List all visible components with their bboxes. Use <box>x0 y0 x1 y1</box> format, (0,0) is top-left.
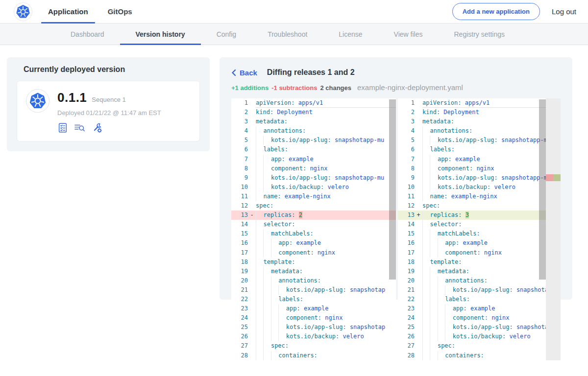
code-line: 26 kots.io/backup: velero <box>231 332 396 341</box>
line-number: 25 <box>231 323 248 332</box>
line-number: 26 <box>398 332 415 341</box>
logout-link[interactable]: Log out <box>552 7 576 16</box>
diff-sign <box>415 98 422 108</box>
line-number: 23 <box>398 304 415 313</box>
line-number: 13 <box>398 211 415 220</box>
scrollbar-thumb[interactable] <box>389 99 396 280</box>
code-line: 27 spec: <box>398 341 561 351</box>
diff-sign <box>415 126 422 136</box>
code-line: 11 name: example-nginx <box>231 192 396 201</box>
scrollbar[interactable] <box>389 98 396 360</box>
additions-count: +1 additions <box>231 84 269 92</box>
code-text: component: nginx <box>256 248 396 258</box>
diff-sign <box>415 201 422 211</box>
tab-registry-settings[interactable]: Registry settings <box>438 24 520 45</box>
top-tab-application[interactable]: Application <box>38 0 98 23</box>
line-number: 9 <box>231 173 248 183</box>
code-line: 22 labels: <box>231 295 396 304</box>
diff-sign <box>248 285 256 295</box>
top-tab-gitops[interactable]: GitOps <box>98 0 142 23</box>
subtractions-count: -1 subtractions <box>271 84 317 92</box>
code-lines: 1apiVersion: apps/v12kind: Deployment3me… <box>398 98 561 360</box>
code-text: apiVersion: apps/v1 <box>256 98 396 108</box>
code-line: 15 matchLabels: <box>398 229 561 238</box>
diff-filename: example-nginx-deployment.yaml <box>357 83 463 92</box>
line-number: 6 <box>231 145 248 154</box>
line-number: 23 <box>231 304 248 313</box>
diff-sign <box>248 201 256 211</box>
diff-sign <box>415 276 422 285</box>
code-line: 17 component: nginx <box>398 248 561 258</box>
line-number: 10 <box>231 183 248 192</box>
code-line: 13+ replicas: 3 <box>398 211 561 220</box>
diff-sign <box>248 155 256 164</box>
code-line: 4 annotations: <box>231 126 396 136</box>
diff-sign <box>248 332 256 341</box>
code-line: 12spec: <box>398 201 561 211</box>
code-line: 1apiVersion: apps/v1 <box>398 98 561 108</box>
line-number: 17 <box>398 248 415 258</box>
back-button[interactable]: Back <box>231 69 257 77</box>
diff-sign <box>415 267 422 276</box>
scrollbar-thumb[interactable] <box>539 99 546 280</box>
tab-config[interactable]: Config <box>201 24 252 45</box>
code-text: kots.io/app-slug: snapshotapp-mu <box>256 173 396 183</box>
kubernetes-logo-icon <box>28 92 47 110</box>
tab-license[interactable]: License <box>323 24 378 45</box>
line-number: 18 <box>398 258 415 267</box>
tab-troubleshoot[interactable]: Troubleshoot <box>252 24 323 45</box>
tab-version-history[interactable]: Version history <box>120 24 201 45</box>
add-new-application-button[interactable]: Add a new application <box>452 3 540 20</box>
diff-sign <box>248 295 256 304</box>
code-line: 3metadata: <box>398 117 561 126</box>
edit-config-icon[interactable] <box>92 122 103 133</box>
line-number: 19 <box>231 267 248 276</box>
diff-header: Back Diffing releases 1 and 2 <box>231 68 561 77</box>
deployed-version-item: 0.1.1 Sequence 1 Deployed 01/21/22 @ 11:… <box>17 81 200 141</box>
line-number: 22 <box>398 295 415 304</box>
diff-sign <box>248 192 256 201</box>
line-number: 27 <box>231 341 248 351</box>
tab-view-files[interactable]: View files <box>378 24 439 45</box>
code-text: component: nginx <box>256 164 396 173</box>
line-number: 11 <box>398 192 415 201</box>
line-number: 25 <box>398 323 415 332</box>
code-text: kind: Deployment <box>256 108 396 117</box>
diff-pane-original[interactable]: 1apiVersion: apps/v12kind: Deployment3me… <box>231 98 396 360</box>
code-line: 28 containers: <box>398 351 561 360</box>
code-line: 8 component: nginx <box>398 164 561 173</box>
code-text: app: example <box>256 155 396 164</box>
tab-dashboard[interactable]: Dashboard <box>55 24 120 45</box>
code-lines: 1apiVersion: apps/v12kind: Deployment3me… <box>231 98 396 360</box>
code-line: 4 annotations: <box>398 126 561 136</box>
code-line: 14 selector: <box>231 220 396 229</box>
back-label: Back <box>240 69 257 77</box>
line-number: 21 <box>231 285 248 295</box>
diff-sign <box>415 323 422 332</box>
line-number: 28 <box>231 351 248 360</box>
code-text: labels: <box>256 295 396 304</box>
code-text: kots.io/backup: velero <box>256 183 396 192</box>
diff-sign <box>248 136 256 145</box>
diff-sign <box>248 304 256 313</box>
line-number: 15 <box>231 229 248 238</box>
line-number: 2 <box>398 108 415 117</box>
code-line: 23 app: example <box>231 304 396 313</box>
deploy-logs-icon[interactable] <box>74 122 86 133</box>
diff-card: Back Diffing releases 1 and 2 +1 additio… <box>220 57 572 300</box>
diff-overview-ruler[interactable] <box>546 98 561 360</box>
line-number: 5 <box>231 136 248 145</box>
scrollbar[interactable] <box>539 98 546 360</box>
code-text: metadata: <box>256 267 396 276</box>
diff-pane-modified[interactable]: 1apiVersion: apps/v12kind: Deployment3me… <box>398 98 561 360</box>
diff-sign <box>415 313 422 323</box>
preflight-checks-icon[interactable] <box>57 122 68 133</box>
line-number: 5 <box>398 136 415 145</box>
code-text: app: example <box>256 304 396 313</box>
code-line: 16 app: example <box>231 238 396 248</box>
code-line: 18 template: <box>398 258 561 267</box>
top-nav-spacer <box>142 0 452 23</box>
diff-sign <box>415 351 422 360</box>
diff-sign <box>248 98 256 108</box>
diff-sign <box>248 313 256 323</box>
